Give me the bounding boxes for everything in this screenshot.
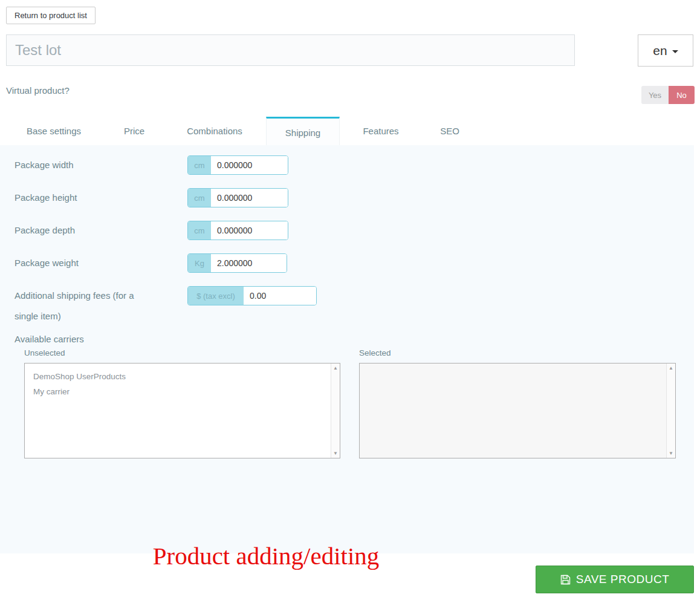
package-width-input[interactable]	[211, 156, 288, 174]
package-width-label: Package width	[15, 155, 160, 175]
tab-seo[interactable]: SEO	[422, 117, 478, 145]
shipping-fees-input-group: $ (tax excl)	[187, 286, 317, 305]
package-weight-input-group: Kg	[187, 253, 287, 273]
package-depth-input-group: cm	[187, 221, 288, 240]
tab-features[interactable]: Features	[352, 117, 410, 145]
package-width-input-group: cm	[187, 155, 288, 175]
triangle-up-icon[interactable]: ▲	[669, 365, 673, 371]
package-weight-row: Package weight Kg	[15, 253, 287, 273]
package-height-input[interactable]	[211, 189, 288, 207]
unit-badge: Kg	[188, 254, 211, 272]
virtual-product-label: Virtual product?	[6, 85, 70, 96]
shipping-fees-row: Additional shipping fees (for a single i…	[15, 286, 317, 327]
virtual-product-toggle[interactable]: Yes No	[641, 86, 695, 104]
tab-base-settings[interactable]: Base settings	[12, 117, 96, 145]
tab-shipping[interactable]: Shipping	[266, 117, 340, 145]
selected-carriers-list[interactable]: ▲ ▼	[359, 363, 676, 458]
package-depth-input[interactable]	[211, 221, 288, 240]
scrollbar[interactable]: ▲ ▼	[331, 364, 340, 458]
selected-carriers-label: Selected	[359, 348, 391, 357]
package-weight-label: Package weight	[15, 253, 160, 273]
language-dropdown-label: en	[653, 44, 667, 58]
package-width-row: Package width cm	[15, 155, 288, 175]
triangle-down-icon[interactable]: ▼	[333, 451, 338, 456]
product-name-input[interactable]	[6, 34, 575, 66]
package-height-row: Package height cm	[15, 188, 288, 208]
unit-badge: cm	[188, 221, 211, 240]
return-to-product-list-button[interactable]: Return to product list	[6, 7, 96, 24]
package-weight-input[interactable]	[211, 254, 287, 272]
unit-badge: cm	[188, 189, 211, 207]
tab-price[interactable]: Price	[108, 117, 161, 145]
available-carriers-label: Available carriers	[15, 334, 84, 344]
triangle-down-icon[interactable]: ▼	[669, 451, 673, 456]
product-tabs: Base settings Price Combinations Shippin…	[0, 117, 700, 145]
watermark-title: Product adding/editing	[97, 541, 435, 570]
floppy-disk-icon	[560, 575, 571, 585]
triangle-up-icon[interactable]: ▲	[333, 365, 338, 371]
save-product-button[interactable]: SAVE PRODUCT	[536, 566, 694, 593]
package-height-input-group: cm	[187, 188, 288, 207]
save-product-button-label: SAVE PRODUCT	[576, 573, 670, 586]
package-depth-row: Package depth cm	[15, 221, 288, 241]
caret-down-icon	[672, 50, 678, 53]
package-depth-label: Package depth	[15, 220, 160, 241]
currency-badge: $ (tax excl)	[188, 287, 244, 305]
unselected-carriers-label: Unselected	[24, 348, 65, 357]
scrollbar[interactable]: ▲ ▼	[666, 364, 675, 458]
unit-badge: cm	[188, 156, 211, 174]
tab-combinations[interactable]: Combinations	[173, 117, 256, 145]
shipping-panel: Package width cm Package height cm Packa…	[0, 145, 694, 553]
shipping-fees-label: Additional shipping fees (for a single i…	[15, 285, 160, 327]
toggle-yes-option[interactable]: Yes	[641, 86, 669, 104]
unselected-carriers-list[interactable]: DemoShop UserProducts My carrier ▲ ▼	[24, 363, 340, 458]
product-edit-page: { "header": { "return_button": "Return t…	[0, 0, 700, 600]
carrier-list-item[interactable]: My carrier	[33, 384, 331, 399]
language-dropdown[interactable]: en	[638, 34, 693, 67]
toggle-no-option[interactable]: No	[669, 86, 695, 104]
carrier-list-item[interactable]: DemoShop UserProducts	[33, 369, 331, 384]
package-height-label: Package height	[15, 188, 160, 208]
shipping-fees-input[interactable]	[244, 287, 316, 305]
